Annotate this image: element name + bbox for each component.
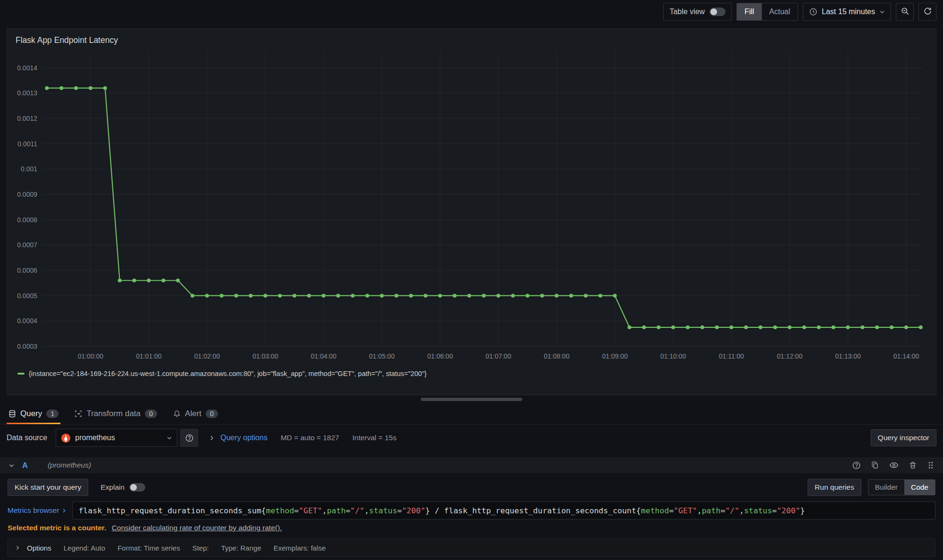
resize-drag-handle[interactable] — [421, 398, 522, 401]
query-toolbar-row: Kick start your query Explain Run querie… — [8, 479, 935, 496]
panel-editor-topbar: Table view Fill Actual Last 15 minutes — [0, 0, 943, 24]
datasource-row: Data source prometheus Query options MD … — [0, 425, 943, 451]
explain-toggle[interactable] — [129, 483, 145, 492]
collapse-chevron-icon[interactable] — [8, 462, 15, 468]
svg-text:0.0014: 0.0014 — [17, 64, 37, 72]
database-icon — [8, 410, 16, 418]
options-label: Options — [27, 544, 51, 552]
svg-text:01:07:00: 01:07:00 — [485, 352, 511, 360]
metrics-browser-label: Metrics browser — [8, 506, 59, 515]
svg-text:01:12:00: 01:12:00 — [777, 352, 803, 360]
tab-transform-data[interactable]: Transform data 0 — [74, 403, 158, 424]
query-ref-id[interactable]: A — [22, 461, 28, 470]
chart-legend[interactable]: {instance="ec2-184-169-216-224.us-west-1… — [14, 370, 929, 377]
datasource-label: Data source — [7, 434, 47, 442]
tab-transform-label: Transform data — [86, 409, 141, 418]
datasource-picker[interactable]: prometheus — [56, 429, 177, 447]
query-row-header: A (prometheus) — [0, 457, 943, 473]
chevron-right-icon — [209, 435, 215, 441]
promql-query-input[interactable]: flask_http_request_duration_seconds_sum{… — [72, 501, 935, 519]
time-range-picker[interactable]: Last 15 minutes — [803, 3, 891, 21]
warning-text: Selected metric is a counter. — [8, 524, 106, 532]
counter-warning: Selected metric is a counter. Consider c… — [8, 524, 935, 532]
svg-text:01:03:00: 01:03:00 — [252, 352, 278, 360]
svg-text:01:05:00: 01:05:00 — [369, 352, 395, 360]
svg-text:01:13:00: 01:13:00 — [835, 352, 861, 360]
actual-button[interactable]: Actual — [762, 3, 798, 20]
time-range-label: Last 15 minutes — [822, 8, 875, 16]
delete-query-icon[interactable] — [909, 461, 917, 469]
option-type: Type: Range — [221, 544, 261, 552]
svg-text:01:10:00: 01:10:00 — [660, 352, 686, 360]
tab-query-label: Query — [20, 409, 42, 418]
builder-code-switch: Builder Code — [868, 479, 935, 495]
warning-rate-link[interactable]: Consider calculating rate of counter by … — [112, 524, 282, 532]
time-series-panel: Flask App Endpoint Latency 01:00:0001:01… — [7, 28, 936, 395]
clock-icon — [809, 8, 818, 16]
drag-handle-icon[interactable] — [927, 461, 935, 469]
option-step: Step: — [192, 544, 209, 552]
option-legend: Legend: Auto — [64, 544, 105, 552]
option-format: Format: Time series — [117, 544, 180, 552]
query-options-summary-row[interactable]: Options Legend: Auto Format: Time series… — [8, 539, 935, 557]
query-options-toggle[interactable]: Query options — [220, 434, 267, 442]
table-view-toggle[interactable] — [709, 8, 726, 16]
svg-text:0.0012: 0.0012 — [17, 115, 37, 122]
refresh-button[interactable] — [918, 3, 936, 21]
svg-text:01:08:00: 01:08:00 — [544, 352, 570, 360]
svg-text:0.0005: 0.0005 — [17, 292, 37, 300]
tab-query[interactable]: Query 1 — [8, 403, 59, 424]
bell-icon — [173, 410, 181, 418]
toggle-visibility-icon[interactable] — [889, 460, 899, 470]
kick-start-query-button[interactable]: Kick start your query — [8, 479, 88, 496]
svg-text:0.0007: 0.0007 — [17, 241, 37, 249]
run-queries-button[interactable]: Run queries — [808, 479, 861, 496]
chevron-right-icon — [61, 508, 67, 513]
chevron-down-icon — [879, 9, 885, 15]
tab-transform-count: 0 — [145, 410, 157, 418]
latency-chart[interactable]: 01:00:0001:01:0001:02:0001:03:0001:04:00… — [14, 47, 927, 369]
svg-text:01:01:00: 01:01:00 — [136, 352, 162, 360]
active-tab-indicator — [7, 423, 60, 424]
duplicate-query-icon[interactable] — [871, 461, 879, 469]
query-row-actions — [852, 460, 935, 470]
chevron-right-icon — [15, 545, 20, 551]
svg-text:0.0004: 0.0004 — [17, 317, 37, 325]
toggle-knob — [710, 8, 717, 15]
tab-alert[interactable]: Alert 0 — [172, 403, 219, 424]
query-inspector-button[interactable]: Query inspector — [871, 429, 936, 446]
tab-alert-count: 0 — [206, 410, 218, 418]
panel-title: Flask App Endpoint Latency — [14, 33, 929, 47]
interval-summary: Interval = 15s — [352, 434, 396, 442]
table-view-toggle-group: Table view — [663, 3, 732, 21]
query-help-icon[interactable] — [852, 461, 861, 470]
svg-text:01:14:00: 01:14:00 — [893, 352, 919, 360]
table-view-label: Table view — [669, 8, 705, 16]
svg-text:01:00:00: 01:00:00 — [78, 352, 104, 360]
svg-text:0.0013: 0.0013 — [17, 89, 37, 97]
svg-text:01:02:00: 01:02:00 — [194, 352, 220, 360]
explain-label: Explain — [100, 483, 125, 492]
svg-text:0.0008: 0.0008 — [17, 216, 37, 224]
tab-alert-label: Alert — [185, 409, 201, 418]
query-datasource-hint: (prometheus) — [48, 461, 91, 469]
svg-text:01:09:00: 01:09:00 — [602, 352, 628, 360]
svg-text:0.0003: 0.0003 — [17, 343, 37, 350]
builder-mode-button[interactable]: Builder — [868, 480, 904, 495]
svg-text:0.0006: 0.0006 — [17, 267, 37, 274]
fill-button[interactable]: Fill — [737, 3, 761, 20]
metrics-browser-toggle[interactable]: Metrics browser — [8, 506, 67, 515]
svg-text:0.0009: 0.0009 — [17, 191, 37, 198]
option-exemplars: Exemplars: false — [274, 544, 326, 552]
legend-series-marker — [17, 373, 25, 375]
datasource-help-button[interactable] — [180, 429, 198, 447]
code-mode-button[interactable]: Code — [904, 480, 935, 495]
help-circle-icon — [185, 434, 194, 443]
zoom-out-button[interactable] — [896, 3, 914, 21]
fill-actual-switch: Fill Actual — [736, 3, 798, 21]
svg-text:0.0011: 0.0011 — [17, 140, 37, 148]
max-data-points-summary: MD = auto = 1827 — [281, 434, 339, 442]
zoom-out-icon — [901, 7, 910, 17]
datasource-name: prometheus — [75, 434, 162, 442]
query-editor-row: Metrics browser flask_http_request_durat… — [8, 501, 935, 519]
